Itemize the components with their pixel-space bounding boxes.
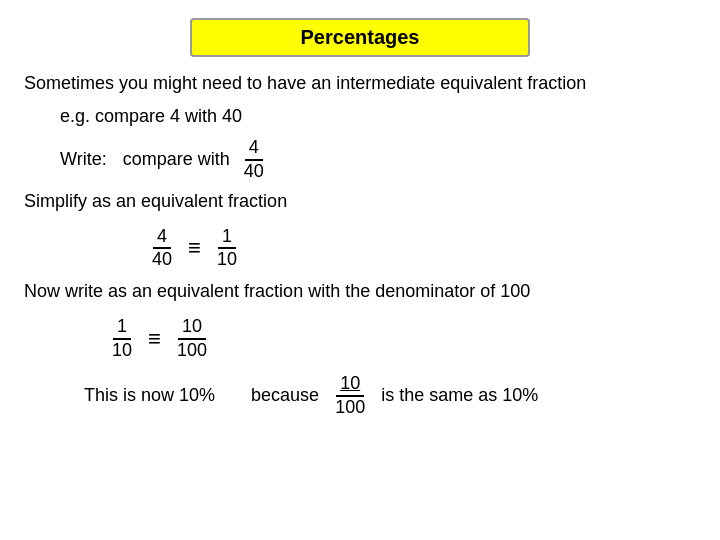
simplify-text: Simplify as an equivalent fraction [24,191,287,211]
fraction-1-10-b: 1 10 [108,316,136,361]
equiv-sign-2: ≡ [148,326,161,352]
because-den: 100 [331,397,369,419]
write-row: Write: compare with 4 40 [60,137,696,182]
fraction-numerator: 4 [245,137,263,161]
write-label: Write: [60,149,107,170]
frac2-den: 40 [148,249,176,271]
title-box: Percentages [190,18,530,57]
because-text: because [251,385,319,406]
fraction-4-40-write: 4 40 [240,137,268,182]
example-text: e.g. compare 4 with 40 [60,106,242,126]
now-write-text: Now write as an equivalent fraction with… [24,281,530,301]
intro-text: Sometimes you might need to have an inte… [24,73,586,93]
example-line: e.g. compare 4 with 40 [60,104,696,129]
frac5-den: 100 [173,340,211,362]
frac2-num: 4 [153,226,171,250]
fraction-10-100-because: 10 100 [331,373,369,418]
fraction-1-10: 1 10 [213,226,241,271]
frac4-den: 10 [108,340,136,362]
intro-line: Sometimes you might need to have an inte… [24,71,696,96]
frac4-num: 1 [113,316,131,340]
this-now-row: This is now 10% because 10 100 is the sa… [84,373,696,418]
simplify-line: Simplify as an equivalent fraction [24,189,696,214]
fraction-10-100: 10 100 [173,316,211,361]
this-is-now-text: This is now 10% [84,385,215,406]
now-write-line: Now write as an equivalent fraction with… [24,279,696,304]
equiv-fractions-row-2: 1 10 ≡ 10 100 [104,316,696,361]
frac3-num: 1 [218,226,236,250]
because-part: because 10 100 is the same as 10% [251,373,538,418]
equiv-sign-1: ≡ [188,235,201,261]
compare-with-text: compare with [123,149,230,170]
equiv-fractions-row-1: 4 40 ≡ 1 10 [144,226,696,271]
page: Percentages Sometimes you might need to … [0,0,720,540]
frac3-den: 10 [213,249,241,271]
is-same-text: is the same as 10% [381,385,538,406]
fraction-denominator: 40 [240,161,268,183]
fraction-4-40: 4 40 [148,226,176,271]
title-text: Percentages [301,26,420,48]
because-num: 10 [336,373,364,397]
frac5-num: 10 [178,316,206,340]
